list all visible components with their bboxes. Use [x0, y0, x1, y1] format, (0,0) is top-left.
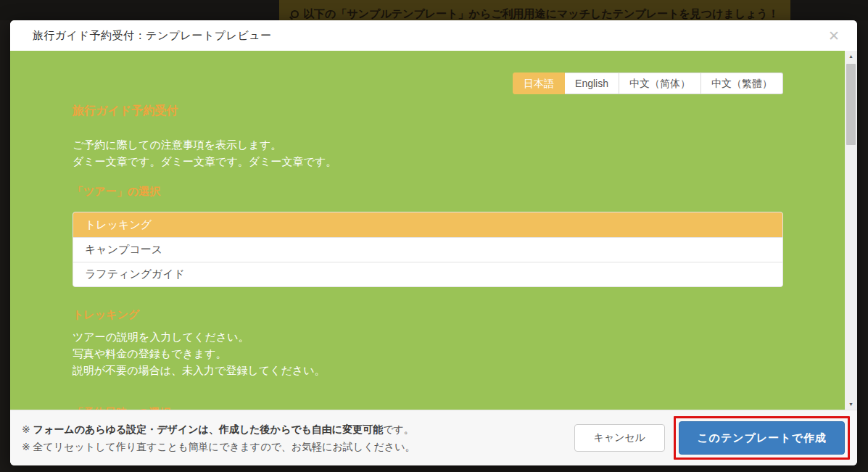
- modal-header: 旅行ガイド予約受付：テンプレートプレビュー ✕: [10, 20, 857, 51]
- tour-option-list: トレッキング キャンプコース ラフティングガイド: [73, 212, 783, 287]
- datetime-section-label: 「予約日時」の選択: [73, 406, 783, 410]
- form-intro-line: ダミー文章です。ダミー文章です。ダミー文章です。: [73, 153, 783, 170]
- form-intro: ご予約に際しての注意事項を表示します。 ダミー文章です。ダミー文章です。ダミー文…: [73, 136, 783, 170]
- template-preview-body: 日本語 English 中文（简体） 中文（繁體） 旅行ガイド予約受付 ご予約に…: [10, 51, 857, 410]
- tour-option-camp-course[interactable]: キャンプコース: [73, 237, 782, 262]
- red-highlight-annotation: このテンプレートで作成: [674, 416, 850, 460]
- scroll-up-icon[interactable]: ▲: [845, 51, 857, 62]
- tab-chinese-simplified[interactable]: 中文（简体）: [619, 73, 701, 94]
- tour-detail-title: トレッキング: [73, 308, 783, 322]
- dimmed-page-background: 以下の「サンプルテンプレート」からご利用用途にマッチしたテンプレートを見つけまし…: [0, 0, 868, 20]
- background-notice-text: 以下の「サンプルテンプレート」からご利用用途にマッチしたテンプレートを見つけまし…: [303, 7, 779, 21]
- footer-note-2: ※ 全てリセットして作り直すことも簡単にできますので、お気軽にお試しください。: [22, 438, 415, 455]
- modal-title: 旅行ガイド予約受付：テンプレートプレビュー: [33, 29, 272, 43]
- cancel-button[interactable]: キャンセル: [574, 424, 666, 452]
- scrollbar-thumb[interactable]: [846, 64, 856, 145]
- tab-chinese-traditional[interactable]: 中文（繁體）: [701, 73, 783, 94]
- form-intro-line: ご予約に際しての注意事項を表示します。: [73, 136, 783, 153]
- preview-content: 日本語 English 中文（简体） 中文（繁體） 旅行ガイド予約受付 ご予約に…: [10, 51, 845, 410]
- template-preview-modal: 旅行ガイド予約受付：テンプレートプレビュー ✕ 日本語 English 中文（简…: [10, 20, 857, 465]
- footer-note-1-prefix: ※: [22, 423, 33, 435]
- preview-scrollbar[interactable]: ▲ ▼: [845, 51, 857, 410]
- tour-option-rafting-guide[interactable]: ラフティングガイド: [73, 262, 782, 286]
- tour-detail-line: 説明が不要の場合は、未入力で登録してください。: [73, 362, 783, 378]
- footer-note-1-bold: フォームのあらゆる設定・デザインは、作成した後からでも自由に変更可能: [33, 423, 384, 435]
- tour-option-trekking[interactable]: トレッキング: [73, 212, 782, 237]
- tour-section-label: 「ツアー」の選択: [73, 185, 783, 199]
- create-from-template-button[interactable]: このテンプレートで作成: [679, 421, 845, 455]
- tour-detail-line: 写真や料金の登録もできます。: [73, 345, 783, 362]
- magnifier-icon: [291, 10, 299, 18]
- tab-english[interactable]: English: [565, 73, 619, 94]
- language-tab-group: 日本語 English 中文（简体） 中文（繁體）: [73, 73, 783, 94]
- background-notice: 以下の「サンプルテンプレート」からご利用用途にマッチしたテンプレートを見つけまし…: [279, 0, 790, 20]
- tab-japanese[interactable]: 日本語: [513, 73, 565, 94]
- tour-detail-text: ツアーの説明を入力してください。 写真や料金の登録もできます。 説明が不要の場合…: [73, 328, 783, 378]
- form-title: 旅行ガイド予約受付: [73, 104, 783, 119]
- tour-detail-line: ツアーの説明を入力してください。: [73, 328, 783, 345]
- footer-notes: ※ フォームのあらゆる設定・デザインは、作成した後からでも自由に変更可能です。 …: [22, 421, 415, 455]
- footer-note-1-suffix: です。: [383, 423, 414, 435]
- footer-buttons: キャンセル このテンプレートで作成: [574, 416, 850, 460]
- modal-footer: ※ フォームのあらゆる設定・デザインは、作成した後からでも自由に変更可能です。 …: [10, 410, 857, 465]
- footer-note-1: ※ フォームのあらゆる設定・デザインは、作成した後からでも自由に変更可能です。: [22, 421, 415, 438]
- close-icon[interactable]: ✕: [824, 28, 844, 44]
- scroll-down-icon[interactable]: ▼: [845, 399, 857, 410]
